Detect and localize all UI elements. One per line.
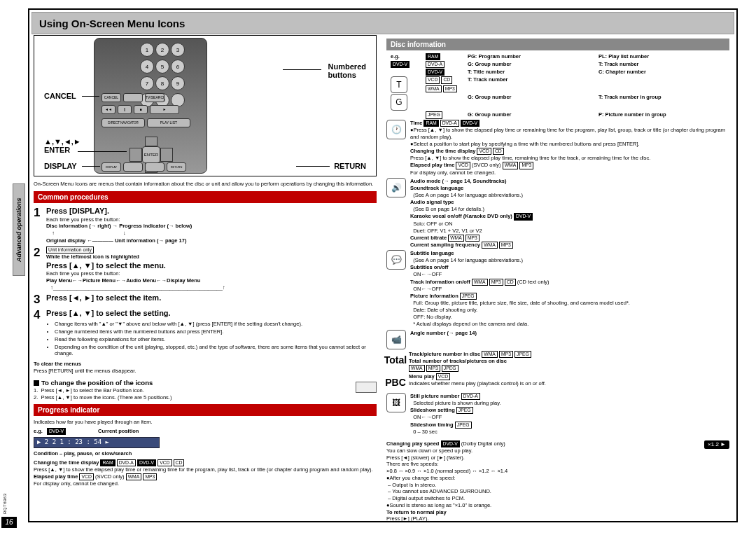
label-display: DISPLAY	[44, 162, 77, 170]
step-1-sub: Each time you press the button:	[46, 216, 377, 223]
step-2-flow: Play Menu←→Picture Menu←→Audio Menu←→Dis…	[46, 277, 377, 284]
pbc-block: Menu play VCD Indicates whether menu pla…	[409, 373, 729, 387]
section-progress: Progress indicator	[34, 404, 377, 416]
remote-diagram: 123 456 789 0≥10 CANCELTV/SEARCH ◄◄||■► …	[34, 35, 377, 176]
step-2-num: 2	[34, 246, 46, 260]
step-1-num: 1	[34, 206, 46, 220]
speed-block: Changing play speed DVD-V (Dolby Digital…	[386, 440, 729, 522]
step-2-bold: While the leftmost icon is highlighted	[46, 253, 377, 260]
label-numbered: Numbered buttons	[328, 62, 366, 79]
section-common: Common procedures	[34, 191, 377, 203]
enter-button-graphic: ENTER	[142, 146, 160, 163]
disc-g-icon: G	[391, 94, 407, 111]
time-block: Time RAM DVD-A DVD-V ●Press [▲, ▼] to sh…	[410, 120, 729, 176]
section-disc-info: Disc information	[386, 39, 729, 50]
label-cancel: CANCEL	[44, 92, 76, 100]
step-2-head: Press [▲, ▼] to select the menu.	[46, 260, 377, 271]
total-block: Track/picture number in disc WMA MP3 JPE…	[409, 351, 729, 372]
step-4-num: 4	[34, 308, 46, 322]
total-icon: Total	[386, 351, 405, 369]
step-4-bullets: Change items with "▲" or "▼" above and b…	[55, 321, 377, 357]
change-position: To change the position of the icons 1. P…	[34, 379, 350, 401]
intro-text: On-Screen Menu Icons are menus that cont…	[34, 181, 377, 188]
disc-header-table: e.g.RAMPG: Program numberPL: Play list n…	[391, 53, 729, 119]
step-2-box: Unit information only	[46, 246, 94, 253]
label-return: RETURN	[334, 162, 366, 170]
bar-position-icon	[356, 382, 377, 393]
page-title: Using On-Screen Menu Icons	[31, 12, 734, 34]
audio-block: Audio mode (→ page 14, Soundtracks) Soun…	[410, 178, 729, 249]
sidebar-tab: Advanced operations	[13, 183, 25, 276]
step-3-num: 3	[34, 293, 46, 307]
pbc-icon: PBC	[386, 373, 405, 391]
page-number: 16	[1, 517, 17, 528]
step-1-head: Press [DISPLAY].	[46, 206, 377, 216]
step-1-flow: Disc information (→ right) → Progress in…	[46, 223, 377, 244]
clock-icon: 🕐	[386, 120, 406, 139]
clear-menus: To clear the menus Press [RETURN] until …	[34, 361, 377, 375]
step-4-head: Press [▲, ▼] to select the setting.	[46, 308, 377, 319]
speaker-icon: 🔊	[386, 178, 406, 197]
subtitle-block: Subtitle language (See A on page 14 for …	[410, 250, 729, 328]
still-block: Still picture number DVD-A Selected pict…	[410, 393, 729, 436]
still-icon: 🖼	[386, 393, 406, 412]
speed-badge: ×1.2 ►	[704, 440, 729, 449]
angle-icon: 📹	[386, 330, 406, 349]
progress-bar-graphic: ▶ 2 2 1 : 23 : 54 ►	[34, 437, 160, 448]
subtitle-icon: 💬	[386, 250, 406, 270]
step-2-sub: Each time you press the button:	[46, 270, 377, 277]
progress-block: Indicates how far you have played throug…	[34, 419, 377, 487]
doc-ref: RQT6963	[3, 493, 7, 514]
angle-block: Angle number (→ page 14)	[410, 330, 729, 337]
label-arrows-enter: ▲,▼,◄,► ENTER	[44, 137, 81, 154]
disc-t-icon: T	[391, 76, 407, 93]
step-3-head: Press [◄, ►] to select the item.	[46, 293, 377, 303]
